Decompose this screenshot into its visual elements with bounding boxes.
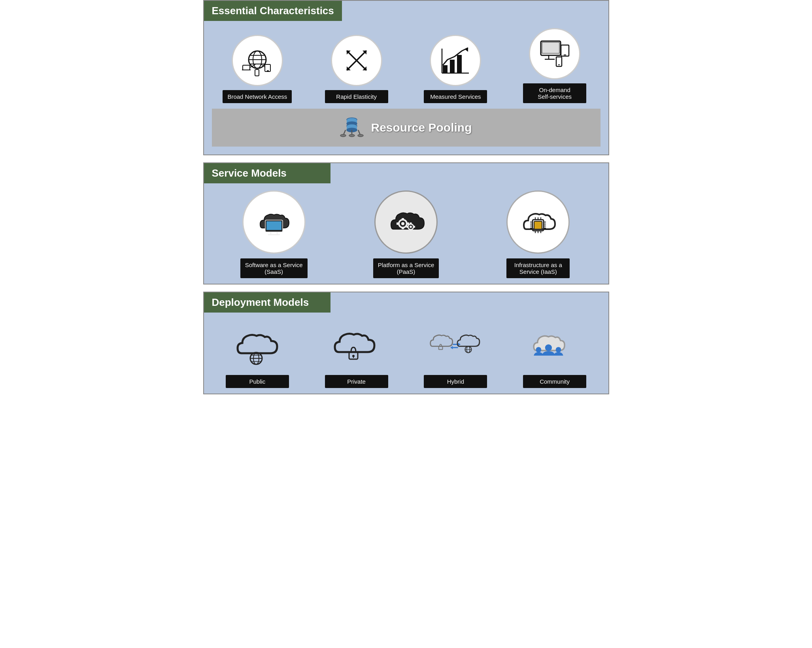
svg-rect-21	[443, 65, 448, 73]
service-models-section: Service Models Software a	[203, 162, 609, 284]
svg-point-44	[340, 134, 346, 137]
svg-point-59	[410, 226, 412, 228]
svg-rect-63	[414, 226, 415, 228]
svg-rect-22	[450, 60, 455, 73]
dm-label-community: Community	[523, 375, 586, 388]
saas-icon	[254, 202, 294, 242]
ondemand-icon-circle	[529, 28, 580, 79]
deployment-models-section: Deployment Models Public	[203, 292, 609, 394]
ec-item-measured: Measured Services	[412, 35, 499, 103]
network-icon	[242, 45, 273, 76]
resource-pooling-icon	[340, 116, 364, 139]
sm-label-saas: Software as a Service(SaaS)	[240, 258, 308, 278]
hybrid-icon	[430, 324, 481, 367]
dm-item-public: Public	[214, 320, 301, 388]
svg-rect-5	[243, 65, 250, 70]
svg-point-46	[358, 134, 363, 137]
svg-point-96	[545, 344, 552, 351]
hybrid-icon-area	[426, 320, 485, 371]
resource-pooling-label: Resource Pooling	[371, 121, 472, 134]
paas-icon	[386, 202, 426, 242]
elasticity-icon	[341, 45, 372, 76]
dm-icons-row: Public Private	[208, 320, 604, 388]
svg-rect-65	[534, 221, 542, 229]
measured-icon-circle	[430, 35, 481, 86]
community-icon	[529, 324, 580, 367]
saas-icon-circle	[242, 190, 306, 254]
sm-item-iaas: Infrastructure as aService (IaaS)	[483, 190, 593, 278]
svg-rect-56	[397, 222, 399, 225]
svg-rect-60	[410, 222, 412, 224]
svg-rect-23	[457, 55, 462, 73]
private-icon	[331, 324, 382, 367]
dm-item-community: Community	[511, 320, 598, 388]
svg-marker-92	[450, 346, 453, 349]
ec-label-measured: Measured Services	[424, 90, 487, 103]
private-icon-area	[327, 320, 386, 371]
sm-item-paas: Platform as a Service(PaaS)	[351, 190, 461, 278]
community-icon-area	[525, 320, 584, 371]
public-icon-area	[228, 320, 287, 371]
ec-label-elasticity: Rapid Elasticity	[325, 90, 388, 103]
ec-item-ondemand: On-demandSelf-services	[511, 28, 598, 103]
svg-rect-55	[402, 227, 404, 229]
svg-rect-48	[266, 221, 281, 230]
dm-label-public: Public	[226, 375, 289, 388]
iaas-icon	[518, 202, 558, 242]
ec-icons-row: Broad Network Access	[208, 28, 604, 103]
elasticity-icon-circle	[331, 35, 382, 86]
iaas-icon-circle	[506, 190, 570, 254]
dm-header: Deployment Models	[204, 292, 330, 313]
svg-rect-61	[410, 230, 412, 231]
ec-header: Essential Characteristics	[204, 1, 342, 21]
ec-item-elasticity: Rapid Elasticity	[313, 35, 400, 103]
resource-pooling-bar: Resource Pooling	[212, 109, 601, 147]
public-icon	[232, 324, 283, 367]
dm-item-hybrid: Hybrid	[412, 320, 499, 388]
dm-label-private: Private	[325, 375, 388, 388]
sm-label-paas: Platform as a Service(PaaS)	[373, 258, 439, 278]
svg-rect-9	[255, 70, 259, 76]
svg-rect-62	[406, 226, 408, 228]
svg-rect-28	[542, 42, 559, 53]
ec-label-network: Broad Network Access	[223, 90, 292, 103]
essential-characteristics-section: Essential Characteristics	[203, 0, 609, 155]
svg-point-97	[536, 347, 541, 352]
sm-label-iaas: Infrastructure as aService (IaaS)	[506, 258, 570, 278]
network-icon-circle	[232, 35, 283, 86]
sm-icons-row: Software as a Service(SaaS)	[208, 190, 604, 278]
paas-icon-circle	[374, 190, 438, 254]
svg-rect-31	[561, 45, 569, 56]
sm-header: Service Models	[204, 163, 330, 183]
svg-point-53	[401, 222, 404, 225]
svg-point-45	[349, 134, 355, 137]
ec-label-ondemand: On-demandSelf-services	[523, 83, 586, 103]
svg-rect-54	[402, 218, 404, 220]
svg-point-98	[556, 347, 561, 352]
measured-icon	[440, 45, 471, 76]
ondemand-icon	[539, 38, 570, 70]
ec-item-network: Broad Network Access	[214, 35, 301, 103]
sm-item-saas: Software as a Service(SaaS)	[219, 190, 329, 278]
dm-item-private: Private	[313, 320, 400, 388]
dm-label-hybrid: Hybrid	[424, 375, 487, 388]
